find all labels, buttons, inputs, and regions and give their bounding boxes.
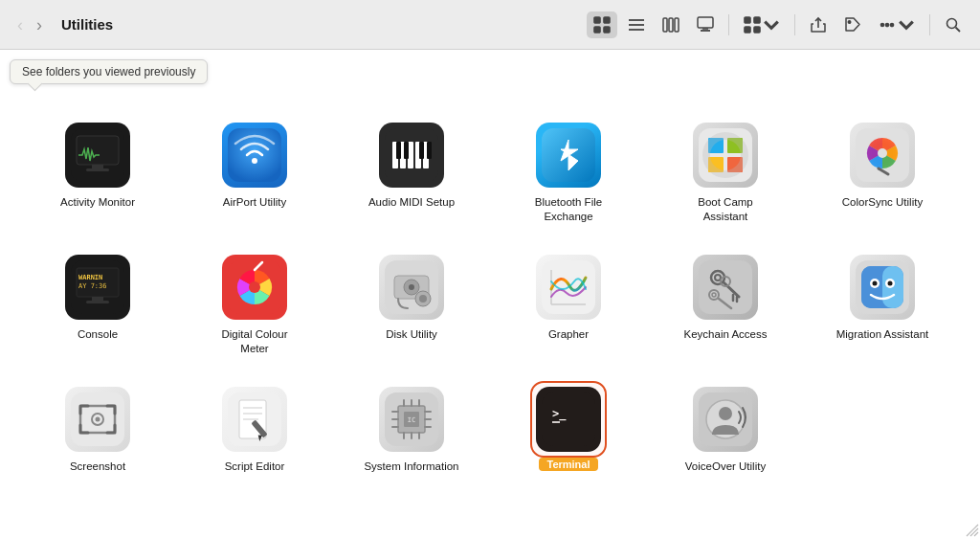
app-icon-wrapper-migration (848, 253, 917, 322)
svg-point-85 (873, 280, 878, 285)
view-grid-button[interactable] (587, 11, 617, 38)
svg-rect-24 (77, 136, 119, 165)
svg-rect-7 (663, 18, 667, 32)
list-icon (628, 16, 645, 34)
view-gallery-button[interactable] (690, 11, 721, 38)
toolbar-view-controls (587, 11, 969, 38)
svg-point-28 (252, 158, 257, 164)
svg-rect-10 (698, 17, 713, 28)
svg-point-19 (886, 23, 889, 26)
app-icon-wrapper-voiceover (691, 385, 760, 454)
app-item-audio-midi[interactable]: Audio MIDI Setup (333, 111, 490, 234)
app-icon-wrapper-grapher (534, 253, 603, 322)
app-item-digital-colour[interactable]: Digital Colour Meter (176, 243, 333, 366)
app-item-voiceover[interactable]: VoiceOver Utility (647, 375, 804, 483)
svg-rect-15 (745, 27, 750, 33)
svg-point-63 (409, 284, 414, 290)
svg-point-17 (848, 20, 850, 22)
view-column-button[interactable] (656, 11, 686, 38)
search-icon (945, 16, 962, 34)
system-info-icon: IC (379, 387, 444, 452)
forward-button[interactable]: › (31, 12, 48, 37)
app-label-keychain: Keychain Access (684, 327, 768, 342)
app-icon-wrapper-keychain (691, 253, 760, 322)
svg-line-22 (956, 27, 961, 32)
separator-1 (728, 14, 729, 35)
window-title: Utilities (61, 16, 113, 33)
tag-button[interactable] (837, 11, 868, 38)
app-item-migration[interactable]: Migration Assistant (804, 243, 961, 366)
svg-rect-38 (427, 142, 432, 159)
app-item-grapher[interactable]: Grapher (490, 243, 647, 366)
bluetooth-icon (536, 123, 601, 188)
app-label-airport-utility: AirPort Utility (223, 195, 286, 210)
svg-rect-0 (594, 17, 600, 23)
app-item-terminal[interactable]: >_ Terminal (490, 375, 647, 483)
separator-3 (929, 14, 930, 35)
resize-handle[interactable] (965, 523, 980, 538)
console-icon: WARNIN AY 7:36 (65, 255, 130, 320)
app-item-colorsync[interactable]: ColorSync Utility (804, 111, 961, 234)
toolbar: ‹ › Utilities (0, 0, 980, 50)
app-icon-wrapper-disk-utility (377, 253, 446, 322)
back-button[interactable]: ‹ (11, 12, 29, 37)
chevron-down-icon (763, 16, 780, 34)
tooltip-bubble: See folders you viewed previously (10, 59, 208, 84)
arrange-button[interactable] (737, 11, 787, 38)
voiceover-icon (693, 387, 758, 452)
svg-rect-115 (552, 421, 560, 423)
app-label-voiceover: VoiceOver Utility (685, 460, 766, 474)
svg-rect-1 (604, 17, 610, 23)
app-label-disk-utility: Disk Utility (386, 327, 437, 342)
app-item-disk-utility[interactable]: Disk Utility (333, 243, 490, 366)
tag-icon (844, 16, 861, 34)
app-item-console[interactable]: WARNIN AY 7:36 Console (19, 243, 176, 366)
app-icon-wrapper-bluetooth (534, 121, 603, 190)
svg-rect-14 (754, 17, 760, 23)
migration-icon (850, 255, 915, 320)
svg-point-18 (881, 23, 884, 26)
chevron-down-2-icon (898, 16, 915, 34)
more-icon (879, 16, 896, 34)
app-icon-wrapper-script-editor (220, 385, 289, 454)
digital-colour-icon (222, 255, 287, 320)
svg-point-48 (878, 148, 887, 158)
app-item-bootcamp[interactable]: Boot Camp Assistant (647, 111, 804, 234)
app-icon-wrapper-screenshot (63, 385, 132, 454)
app-label-activity-monitor: Activity Monitor (60, 195, 135, 210)
airport-icon (222, 123, 287, 188)
app-icon-grid: Activity Monitor (19, 111, 961, 493)
app-label-console: Console (78, 327, 118, 342)
app-item-airport-utility[interactable]: AirPort Utility (176, 111, 333, 234)
app-label-script-editor: Script Editor (225, 460, 285, 474)
svg-rect-26 (86, 168, 109, 171)
app-label-bootcamp: Boot Camp Assistant (678, 195, 773, 224)
app-icon-wrapper-console: WARNIN AY 7:36 (63, 253, 132, 322)
share-button[interactable] (803, 11, 834, 38)
app-item-bluetooth[interactable]: Bluetooth File Exchange (490, 111, 647, 234)
svg-point-20 (891, 23, 894, 26)
audio-midi-icon (379, 123, 444, 188)
svg-rect-3 (604, 27, 610, 33)
column-icon (662, 16, 679, 34)
svg-text:IC: IC (408, 416, 415, 424)
app-item-keychain[interactable]: Keychain Access (647, 243, 804, 366)
app-icon-wrapper-terminal: >_ (534, 385, 603, 454)
svg-point-118 (719, 407, 732, 420)
svg-rect-35 (396, 142, 401, 159)
app-item-screenshot[interactable]: Screenshot (19, 375, 176, 483)
app-label-migration: Migration Assistant (836, 327, 929, 342)
app-item-activity-monitor[interactable]: Activity Monitor (19, 111, 176, 234)
view-list-button[interactable] (621, 11, 652, 38)
terminal-label-badge: Terminal (539, 458, 597, 471)
search-button[interactable] (938, 11, 969, 38)
grid-icon (593, 16, 611, 34)
app-item-script-editor[interactable]: Script Editor (176, 375, 333, 483)
app-icon-wrapper-colorsync (848, 121, 917, 190)
more-button[interactable] (872, 11, 922, 38)
app-item-system-info[interactable]: IC System Information (333, 375, 490, 483)
svg-point-65 (419, 295, 427, 303)
screenshot-icon (65, 387, 130, 452)
svg-rect-8 (669, 18, 673, 32)
bootcamp-icon (693, 123, 758, 188)
